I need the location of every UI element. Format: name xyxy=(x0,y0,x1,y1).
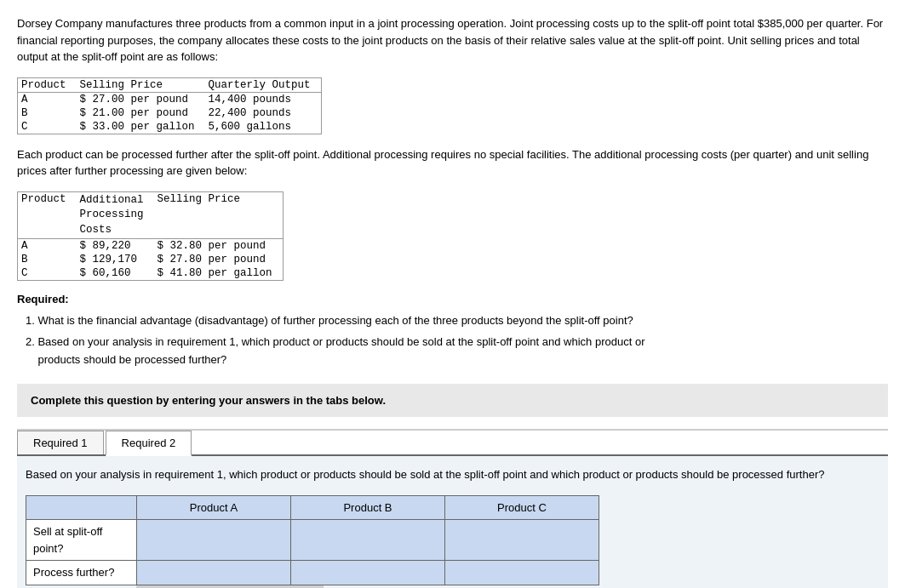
table-row: A $ 27.00 per pound 14,400 pounds xyxy=(18,92,322,106)
table1-section: Product Selling Price Quarterly Output A… xyxy=(17,77,888,134)
product-a-output: 14,400 pounds xyxy=(205,92,322,106)
middle-paragraph: Each product can be processed further af… xyxy=(17,146,888,180)
table2-section: Product Additional Processing Costs Sell… xyxy=(17,191,888,282)
process-further-label: Process further? xyxy=(26,561,137,585)
table-row: C $ 33.00 per gallon 5,600 gallons xyxy=(18,120,322,134)
t2-product-b-cost: $ 129,170 xyxy=(77,253,154,266)
process-further-product-c-input[interactable] xyxy=(445,563,599,583)
col-quarterly-output-header: Quarterly Output xyxy=(205,77,322,92)
questions-list: 1. What is the financial advantage (disa… xyxy=(17,312,888,368)
table-row: Process further? xyxy=(26,561,599,585)
answer-table: Product A Product B Product C Sell at sp… xyxy=(26,495,599,585)
t2-product-a-price: $ 32.80 per pound xyxy=(154,239,284,254)
tab2-content: Based on your analysis in requirement 1,… xyxy=(17,456,888,588)
t2-product-b-label: B xyxy=(18,253,77,266)
product-c-price: $ 33.00 per gallon xyxy=(77,120,205,134)
sell-splitoff-product-a-cell[interactable] xyxy=(137,520,291,561)
process-further-product-b-input[interactable] xyxy=(291,563,444,583)
tabs-row: Required 1 Required 2 xyxy=(17,431,888,456)
product-a-price: $ 27.00 per pound xyxy=(77,92,205,106)
table-row: B $ 21.00 per pound 22,400 pounds xyxy=(18,106,322,120)
question-1: 1. What is the financial advantage (disa… xyxy=(26,312,888,330)
process-further-product-c-cell[interactable] xyxy=(445,561,599,585)
process-further-product-a-input[interactable] xyxy=(137,563,290,583)
table-row: C $ 60,160 $ 41.80 per gallon xyxy=(18,266,284,281)
required-label: Required: xyxy=(17,293,888,305)
complete-question-box: Complete this question by entering your … xyxy=(17,384,888,417)
product-a-label: A xyxy=(18,92,77,106)
t2-product-c-cost: $ 60,160 xyxy=(77,266,154,281)
t2-product-c-price: $ 41.80 per gallon xyxy=(154,266,284,281)
col2-selling-price-header: Selling Price xyxy=(154,191,284,239)
empty-corner-header xyxy=(26,495,137,520)
sell-splitoff-product-b-input[interactable] xyxy=(291,530,444,550)
col-product-header: Product xyxy=(18,77,77,92)
product-b-output: 22,400 pounds xyxy=(205,106,322,120)
t2-product-a-cost: $ 89,220 xyxy=(77,239,154,254)
table-row: A $ 89,220 $ 32.80 per pound xyxy=(18,239,284,254)
process-further-product-b-cell[interactable] xyxy=(291,561,445,585)
product-table-2: Product Additional Processing Costs Sell… xyxy=(17,191,284,282)
product-b-price: $ 21.00 per pound xyxy=(77,106,205,120)
tab-required-2[interactable]: Required 2 xyxy=(106,431,192,456)
sell-splitoff-product-b-cell[interactable] xyxy=(291,520,445,561)
question-2: 2. Based on your analysis in requirement… xyxy=(26,334,888,369)
sell-at-splitoff-label: Sell at split-off point? xyxy=(26,520,137,561)
answer-table-wrapper: Product A Product B Product C Sell at sp… xyxy=(26,495,879,588)
product-b-label: B xyxy=(18,106,77,120)
col-product-b-header: Product B xyxy=(291,495,445,520)
t2-product-c-label: C xyxy=(18,266,77,281)
process-further-product-a-cell[interactable] xyxy=(137,561,291,585)
tabs-container: Required 1 Required 2 Based on your anal… xyxy=(17,429,888,588)
sell-splitoff-product-c-cell[interactable] xyxy=(445,520,599,561)
product-c-output: 5,600 gallons xyxy=(205,120,322,134)
sell-splitoff-product-a-input[interactable] xyxy=(137,530,290,550)
t2-product-b-price: $ 27.80 per pound xyxy=(154,253,284,266)
product-c-label: C xyxy=(18,120,77,134)
col-product-c-header: Product C xyxy=(445,495,599,520)
complete-question-text: Complete this question by entering your … xyxy=(31,394,386,407)
table-row: Sell at split-off point? xyxy=(26,520,599,561)
table-row: B $ 129,170 $ 27.80 per pound xyxy=(18,253,284,266)
tab2-description: Based on your analysis in requirement 1,… xyxy=(26,466,879,483)
tab-required-1[interactable]: Required 1 xyxy=(17,431,104,454)
product-table-1: Product Selling Price Quarterly Output A… xyxy=(17,77,322,134)
col2-product-header: Product xyxy=(18,191,77,239)
sell-splitoff-product-c-input[interactable] xyxy=(445,530,599,550)
col-selling-price-header: Selling Price xyxy=(77,77,205,92)
intro-paragraph: Dorsey Company manufactures three produc… xyxy=(17,15,888,66)
col-product-a-header: Product A xyxy=(137,495,291,520)
t2-product-a-label: A xyxy=(18,239,77,254)
col2-addl-processing-header: Additional Processing Costs xyxy=(77,191,154,239)
